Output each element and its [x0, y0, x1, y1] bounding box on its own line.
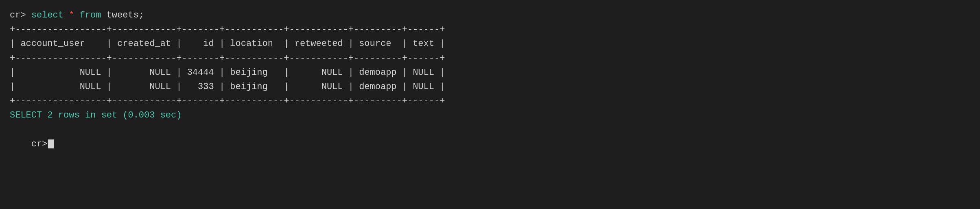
table-header-border: +-----------------+------------+-------+…: [10, 51, 970, 65]
keyword-star: *: [69, 10, 74, 20]
next-prompt-line: cr>: [10, 123, 970, 166]
table-top-border: +-----------------+------------+-------+…: [10, 22, 970, 37]
next-prompt-label: cr>: [31, 139, 48, 149]
cursor-block: [48, 139, 54, 148]
table-name: tweets;: [101, 10, 144, 20]
space2: [74, 10, 79, 20]
command-line: cr> select * from tweets;: [10, 8, 970, 22]
keyword-from: from: [80, 10, 101, 20]
table-row-1: | NULL | NULL | 34444 | beijing | NULL |…: [10, 65, 970, 80]
table-header-row: | account_user | created_at | id | locat…: [10, 37, 970, 51]
space1: [63, 10, 69, 20]
table-bottom-border: +-----------------+------------+-------+…: [10, 94, 970, 108]
keyword-select: select: [31, 10, 63, 20]
terminal-window: cr> select * from tweets; +-------------…: [10, 8, 970, 165]
table-row-2: | NULL | NULL | 333 | beijing | NULL | d…: [10, 80, 970, 94]
result-info: SELECT 2 rows in set (0.003 sec): [10, 108, 970, 122]
prompt-label: cr>: [10, 10, 31, 20]
